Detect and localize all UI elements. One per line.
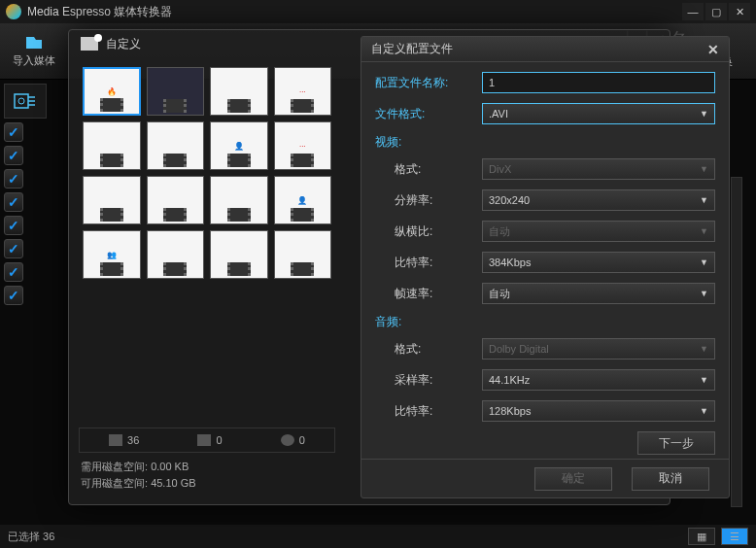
- import-icon: [23, 34, 45, 51]
- disk-avail-label: 可用磁盘空间:: [81, 477, 148, 489]
- thumbnail-item[interactable]: [274, 230, 332, 279]
- svg-rect-0: [15, 94, 28, 108]
- disk-info: 需用磁盘空间: 0.00 KB 可用磁盘空间: 45.10 GB: [79, 453, 335, 498]
- thumbnail-item[interactable]: 👤: [274, 176, 332, 224]
- close-button[interactable]: ✕: [729, 3, 750, 20]
- video-codec-label: 格式:: [375, 161, 482, 178]
- profile-close-button[interactable]: ✕: [707, 42, 719, 57]
- select-checkbox-3[interactable]: [4, 169, 23, 188]
- thumbnail-item[interactable]: [147, 67, 205, 116]
- video-fps-label: 帧速率:: [375, 286, 482, 302]
- video-aspect-label: 纵横比:: [375, 223, 482, 240]
- thumbnail-grid: 🔥 ··· 👤 ··· 👤 👥: [79, 63, 335, 422]
- import-label: 导入媒体: [13, 53, 55, 68]
- next-button[interactable]: 下一步: [637, 431, 715, 455]
- audio-sample-select[interactable]: 44.1KHz▼: [482, 369, 715, 391]
- svg-point-1: [18, 98, 24, 104]
- profile-name-input[interactable]: [482, 72, 715, 93]
- title-text: Media Espresso 媒体转换器: [27, 4, 172, 20]
- thumbnail-item[interactable]: [147, 230, 205, 279]
- grid-view-button[interactable]: ▦: [688, 528, 715, 545]
- thumb-footer: 36 0 0: [79, 428, 335, 453]
- profile-footer: 确定 取消: [361, 459, 729, 497]
- ok-button[interactable]: 确定: [534, 467, 612, 491]
- video-bitrate-select[interactable]: 384Kbps▼: [482, 252, 715, 273]
- select-checkbox-5[interactable]: [4, 216, 23, 235]
- thumbnail-item[interactable]: [147, 121, 205, 170]
- profile-dialog: 自定义配置文件 ✕ 配置文件名称: 文件格式: .AVI▼ 视频: 格式: Di…: [361, 36, 730, 498]
- dialog-title: 自定义: [106, 36, 141, 52]
- audio-count-icon: [281, 434, 294, 446]
- select-checkbox-6[interactable]: [4, 239, 23, 258]
- profile-title-text: 自定义配置文件: [371, 41, 453, 57]
- video-resolution-label: 分辨率:: [375, 192, 482, 209]
- selected-count: 36: [43, 531, 54, 542]
- audio-sample-label: 采样率:: [375, 372, 482, 389]
- statusbar: 已选择 36 ▦ ☰: [0, 525, 756, 548]
- thumbnail-item[interactable]: [210, 230, 268, 279]
- thumbnail-item[interactable]: 👥: [83, 230, 141, 279]
- select-checkbox-4[interactable]: [4, 192, 23, 212]
- custom-dialog: 自定义 🔥 ··· 👤 ··· 👤 👥: [68, 29, 670, 505]
- video-aspect-select[interactable]: 自动▼: [482, 221, 715, 242]
- left-rail: [4, 80, 51, 305]
- video-fps-select[interactable]: 自动▼: [482, 283, 715, 304]
- video-codec-select[interactable]: DivX▼: [482, 158, 715, 180]
- select-checkbox-8[interactable]: [4, 286, 23, 305]
- video-count: 36: [127, 434, 139, 446]
- disk-required-label: 需用磁盘空间:: [81, 461, 148, 472]
- thumbnail-item[interactable]: [210, 176, 268, 224]
- audio-bitrate-label: 比特率:: [375, 403, 482, 420]
- image-count: 0: [216, 434, 222, 446]
- app-icon: [6, 4, 21, 19]
- thumbnail-item[interactable]: [83, 121, 141, 170]
- custom-icon: [81, 37, 98, 51]
- list-view-button[interactable]: ☰: [721, 528, 748, 545]
- thumbnail-item[interactable]: [83, 176, 141, 224]
- media-tab[interactable]: [4, 84, 47, 119]
- file-format-select[interactable]: .AVI▼: [482, 103, 715, 124]
- video-bitrate-label: 比特率:: [375, 255, 482, 271]
- video-resolution-select[interactable]: 320x240▼: [482, 189, 715, 211]
- audio-codec-label: 格式:: [375, 341, 482, 358]
- video-count-icon: [109, 434, 122, 446]
- file-format-label: 文件格式:: [375, 106, 482, 122]
- disk-required-value: 0.00 KB: [151, 461, 189, 472]
- audio-section-label: 音频:: [375, 314, 715, 330]
- import-media-button[interactable]: 导入媒体: [8, 27, 60, 74]
- thumbnail-item[interactable]: ···: [274, 121, 332, 170]
- thumbnail-item[interactable]: ···: [274, 67, 332, 116]
- thumbnail-item[interactable]: [210, 67, 268, 116]
- image-count-icon: [197, 434, 211, 446]
- audio-count: 0: [299, 434, 305, 446]
- disk-avail-value: 45.10 GB: [151, 477, 195, 489]
- profile-titlebar: 自定义配置文件 ✕: [361, 37, 729, 62]
- select-checkbox-1[interactable]: [4, 122, 23, 142]
- profile-body: 配置文件名称: 文件格式: .AVI▼ 视频: 格式: DivX▼ 分辨率: 3…: [361, 62, 729, 459]
- selected-label: 已选择: [8, 531, 40, 542]
- select-checkbox-7[interactable]: [4, 262, 23, 282]
- right-scrollbar[interactable]: [731, 177, 742, 507]
- audio-bitrate-select[interactable]: 128Kbps▼: [482, 400, 715, 422]
- cancel-button[interactable]: 取消: [632, 467, 709, 491]
- thumbnail-item[interactable]: 👤: [210, 121, 268, 170]
- thumbnail-item[interactable]: 🔥: [83, 67, 141, 116]
- video-section-label: 视频:: [375, 134, 715, 151]
- profile-name-label: 配置文件名称:: [375, 75, 482, 91]
- audio-codec-select[interactable]: Dolby Digital▼: [482, 338, 715, 360]
- titlebar: Media Espresso 媒体转换器 — ▢ ✕: [0, 0, 756, 23]
- thumbnail-panel: 🔥 ··· 👤 ··· 👤 👥 36 0 0: [69, 57, 341, 504]
- select-checkbox-2[interactable]: [4, 146, 23, 165]
- minimize-button[interactable]: —: [682, 3, 704, 20]
- thumbnail-item[interactable]: [147, 176, 205, 224]
- maximize-button[interactable]: ▢: [705, 3, 727, 20]
